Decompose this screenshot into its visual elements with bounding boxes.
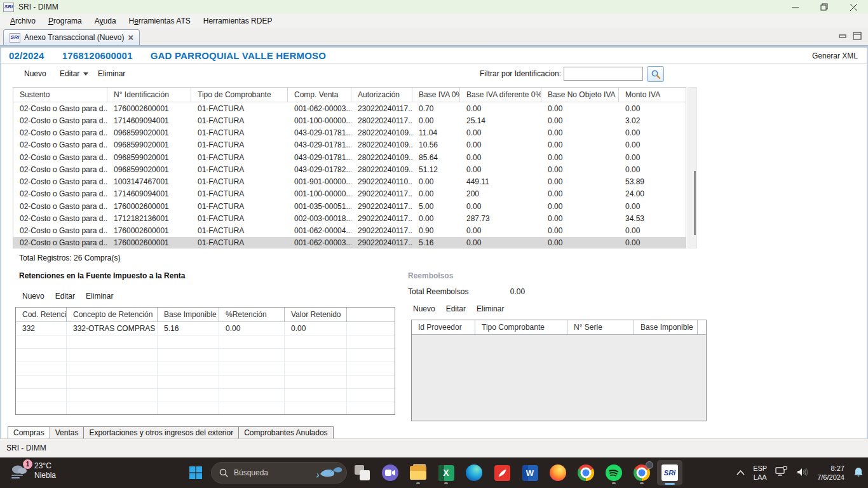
table-row[interactable]: 02-Costo o Gasto para d...17146090940010… xyxy=(13,114,686,126)
eliminar-button[interactable]: Eliminar xyxy=(98,69,125,78)
table-cell: 0.00 xyxy=(619,127,686,139)
filter-input[interactable] xyxy=(564,67,643,81)
column-header[interactable]: Concepto de Retención xyxy=(67,308,158,322)
taskbar: 1 23°C Niebla Búsqueda X xyxy=(0,458,868,488)
column-header[interactable]: %Retención xyxy=(219,308,285,322)
column-header[interactable]: Base Imponible xyxy=(634,320,698,334)
excel-app[interactable]: X xyxy=(433,460,459,485)
table-row[interactable]: 02-Costo o Gasto para d...10031474670010… xyxy=(13,176,686,188)
video-chat-app[interactable] xyxy=(377,460,403,485)
table-cell: 280220240109... xyxy=(351,139,412,151)
generar-xml-button[interactable]: Generar XML xyxy=(812,51,858,60)
column-header[interactable]: Valor Retenido xyxy=(285,308,347,322)
word-app[interactable]: W xyxy=(517,460,543,485)
scrollbar-thumb[interactable] xyxy=(694,171,696,235)
language-indicator[interactable]: ESP LAA xyxy=(753,464,767,482)
menu-programa[interactable]: Programa xyxy=(42,15,88,27)
tray-chevron-icon[interactable] xyxy=(736,468,745,477)
reemb-editar-button[interactable]: Editar xyxy=(446,304,466,313)
column-header[interactable]: Base IVA 0% xyxy=(412,88,460,102)
tab-comprobantes-anulados[interactable]: Comprobantes Anulados xyxy=(238,426,333,440)
table-row[interactable]: 02-Costo o Gasto para d...17600026000010… xyxy=(13,225,686,237)
menu-herramientas-ats[interactable]: Herramientas ATS xyxy=(123,15,197,27)
weather-widget[interactable]: 1 23°C Niebla xyxy=(5,460,60,482)
table-cell xyxy=(67,349,158,362)
table-cell xyxy=(219,402,285,415)
minimize-view-icon[interactable] xyxy=(838,32,847,41)
editar-button[interactable]: Editar xyxy=(60,69,88,78)
column-header[interactable]: Base No Objeto IVA xyxy=(541,88,619,102)
column-header[interactable]: Tipo de Comprobante xyxy=(191,88,288,102)
volume-icon[interactable] xyxy=(796,467,809,479)
table-row[interactable] xyxy=(16,336,395,349)
table-row[interactable] xyxy=(16,349,395,362)
column-header[interactable]: N° Serie xyxy=(567,320,634,334)
reemb-eliminar-button[interactable]: Eliminar xyxy=(477,304,504,313)
table-row[interactable] xyxy=(16,376,395,389)
column-header[interactable]: Base Imponible xyxy=(158,308,219,322)
notification-bell-icon[interactable] xyxy=(853,466,864,480)
table-row[interactable]: 02-Costo o Gasto para d...17600026000010… xyxy=(13,102,686,114)
column-header[interactable]: Id Proveedor xyxy=(412,320,475,334)
table-row[interactable]: 02-Costo o Gasto para d...09685990200010… xyxy=(13,163,686,175)
search-button[interactable] xyxy=(647,66,664,82)
table-row[interactable] xyxy=(16,389,395,402)
column-header[interactable]: Base IVA diferente 0% xyxy=(460,88,541,102)
column-header[interactable]: Monto IVA xyxy=(619,88,686,102)
clock[interactable]: 8:27 7/6/2024 xyxy=(817,464,844,482)
table-cell xyxy=(285,389,347,402)
reemb-nuevo-button[interactable]: Nuevo xyxy=(413,304,435,313)
table-cell: 02-Costo o Gasto para d... xyxy=(13,237,107,248)
table-cell: 5.16 xyxy=(158,322,219,335)
chrome-app[interactable] xyxy=(573,460,599,485)
tab-compras[interactable]: Compras xyxy=(8,426,50,440)
column-header[interactable]: Comp. Venta xyxy=(288,88,351,102)
maximize-view-icon[interactable] xyxy=(853,32,862,42)
table-cell xyxy=(347,389,395,402)
column-header[interactable]: Cod. Retención xyxy=(16,308,67,322)
tab-close-icon[interactable]: ❌︎ xyxy=(128,34,133,41)
minimize-icon[interactable] xyxy=(780,0,810,14)
spotify-app[interactable] xyxy=(601,460,627,485)
ret-editar-button[interactable]: Editar xyxy=(55,292,75,301)
table-row[interactable]: 02-Costo o Gasto para d...17600026000010… xyxy=(13,237,686,248)
menu-archivo[interactable]: Archivo xyxy=(4,15,42,27)
column-header[interactable]: N° Identificación xyxy=(107,88,191,102)
column-header[interactable]: Sustento xyxy=(13,88,107,102)
tab-ventas[interactable]: Ventas xyxy=(50,426,85,440)
table-row[interactable]: 02-Costo o Gasto para d...17146090940010… xyxy=(13,188,686,200)
menu-ayuda[interactable]: Ayuda xyxy=(88,15,123,27)
close-icon[interactable] xyxy=(839,0,868,14)
table-row[interactable]: 02-Costo o Gasto para d...17121821360010… xyxy=(13,212,686,224)
tab-anexo-transaccional[interactable]: SRi Anexo Transaccional (Nuevo) ❌︎ xyxy=(3,29,140,45)
pdf-reader-app[interactable] xyxy=(489,460,515,485)
task-view-button[interactable] xyxy=(349,460,375,485)
column-header[interactable]: Autorización xyxy=(351,88,412,102)
table-row[interactable]: 332332-OTRAS COMPRAS DE BIE...5.160.000.… xyxy=(16,322,395,336)
edge-app[interactable] xyxy=(461,460,487,485)
table-cell: 01-FACTURA xyxy=(191,237,288,248)
column-header[interactable]: Tipo Comprobante xyxy=(475,320,567,334)
table-cell: 02-Costo o Gasto para d... xyxy=(13,163,107,175)
nuevo-button[interactable]: Nuevo xyxy=(24,69,46,78)
firefox-app[interactable] xyxy=(545,460,571,485)
ret-nuevo-button[interactable]: Nuevo xyxy=(22,292,44,301)
taskbar-search[interactable]: Búsqueda xyxy=(211,462,347,484)
table-row[interactable]: 02-Costo o Gasto para d...17600026000010… xyxy=(13,200,686,212)
chrome-profile-app[interactable] xyxy=(629,460,654,485)
table-row[interactable]: 02-Costo o Gasto para d...09685990200010… xyxy=(13,139,686,151)
table-row[interactable] xyxy=(16,362,395,376)
menu-herramientas-rdep[interactable]: Herramientas RDEP xyxy=(197,15,279,27)
table-row[interactable]: 02-Costo o Gasto para d...09685990200010… xyxy=(13,151,686,163)
network-icon[interactable] xyxy=(775,466,788,479)
table-row[interactable] xyxy=(16,402,395,415)
sri-dimm-app[interactable]: SRi xyxy=(657,460,682,485)
tab-exportaciones[interactable]: Exportaciones y otros ingresos del exter… xyxy=(83,426,239,440)
vertical-scrollbar[interactable] xyxy=(688,87,697,248)
table-cell: 02-Costo o Gasto para d... xyxy=(13,151,107,163)
table-row[interactable]: 02-Costo o Gasto para d...09685990200010… xyxy=(13,127,686,139)
start-button[interactable] xyxy=(183,460,208,485)
restore-icon[interactable] xyxy=(810,0,839,14)
file-explorer-app[interactable] xyxy=(405,460,431,485)
ret-eliminar-button[interactable]: Eliminar xyxy=(86,292,113,301)
